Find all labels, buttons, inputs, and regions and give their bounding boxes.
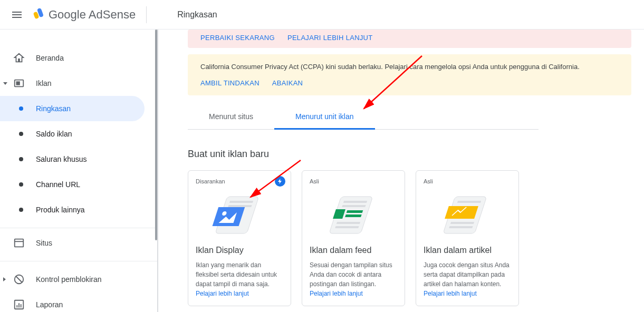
card-in-feed-desc: Sesuai dengan tampilan situs Anda dan co… bbox=[310, 260, 397, 298]
svg-rect-4 bbox=[15, 239, 24, 247]
svg-rect-29 bbox=[449, 226, 473, 228]
home-icon bbox=[13, 52, 25, 64]
svg-rect-22 bbox=[345, 214, 362, 217]
card-in-feed-learn-link[interactable]: Pelajari lebih lanjut bbox=[310, 290, 363, 297]
svg-rect-11 bbox=[21, 304, 22, 307]
svg-line-7 bbox=[16, 277, 22, 282]
card-in-article-ads[interactable]: Asli Iklan dalam artikel Juga cocok deng… bbox=[416, 170, 519, 306]
subnav-other-products-label: Produk lainnya bbox=[36, 206, 85, 214]
bullet-icon bbox=[19, 132, 23, 136]
in-article-illustration bbox=[424, 189, 511, 241]
nav-sites[interactable]: Situs bbox=[0, 230, 157, 256]
svg-rect-9 bbox=[16, 305, 17, 308]
card-display-learn-link[interactable]: Pelajari lebih lanjut bbox=[196, 290, 249, 297]
card-display-desc: Iklan yang menarik dan fleksibel serta d… bbox=[196, 260, 283, 298]
tab-by-ad-unit[interactable]: Menurut unit iklan bbox=[274, 104, 375, 129]
svg-rect-27 bbox=[445, 206, 478, 219]
nav-blocking-controls[interactable]: Kontrol pemblokiran bbox=[0, 267, 157, 292]
card-display-title: Iklan Display bbox=[196, 246, 283, 255]
page-title: Ringkasan bbox=[177, 10, 217, 19]
subnav-ad-balance[interactable]: Saldo iklan bbox=[0, 121, 145, 147]
svg-rect-24 bbox=[335, 226, 359, 228]
subnav-overview-label: Ringkasan bbox=[36, 104, 71, 113]
tabs: Menurut situs Menurut unit iklan bbox=[188, 104, 539, 130]
bolt-icon bbox=[275, 176, 285, 187]
header-divider bbox=[146, 6, 147, 23]
sidebar: Beranda Iklan Ringkasan Saldo iklan Salu… bbox=[0, 30, 158, 312]
display-ads-illustration bbox=[196, 189, 283, 241]
alert-ccpa: California Consumer Privacy Act (CCPA) k… bbox=[188, 54, 631, 95]
section-title: Buat unit iklan baru bbox=[188, 149, 644, 160]
hamburger-icon bbox=[11, 8, 23, 21]
nav-blocking-label: Kontrol pemblokiran bbox=[36, 275, 102, 284]
subnav-overview[interactable]: Ringkasan bbox=[0, 96, 145, 121]
main-content: PERBAIKI SEKARANG PELAJARI LEBIH LANJUT … bbox=[158, 30, 644, 312]
subnav-custom-channels[interactable]: Saluran khusus bbox=[0, 147, 145, 172]
adsense-logo-icon bbox=[32, 7, 45, 22]
nav-sites-label: Situs bbox=[36, 239, 52, 247]
card-in-feed-ads[interactable]: Asli Iklan dalam feed Sesuai dengan tamp… bbox=[302, 170, 405, 306]
alert-error: PERBAIKI SEKARANG PELAJARI LEBIH LANJUT bbox=[188, 30, 631, 48]
tab-by-site[interactable]: Menurut situs bbox=[188, 104, 274, 129]
svg-rect-28 bbox=[450, 222, 474, 224]
reports-icon bbox=[13, 298, 25, 311]
card-in-article-title: Iklan dalam artikel bbox=[424, 246, 511, 255]
product-name: Google AdSense bbox=[49, 8, 136, 22]
chevron-down-icon bbox=[3, 82, 7, 85]
svg-rect-13 bbox=[229, 201, 253, 203]
card-in-article-learn-link[interactable]: Pelajari lebih lanjut bbox=[424, 290, 477, 297]
svg-rect-14 bbox=[228, 205, 252, 207]
nav-reports-label: Laporan bbox=[36, 300, 63, 309]
subnav-ad-balance-label: Saldo iklan bbox=[36, 130, 72, 138]
recommended-badge: Disarankan bbox=[196, 178, 283, 184]
svg-rect-3 bbox=[16, 81, 20, 85]
svg-rect-10 bbox=[18, 303, 20, 307]
subnav-other-products[interactable]: Produk lainnya bbox=[0, 197, 145, 222]
menu-button[interactable] bbox=[4, 2, 30, 27]
svg-rect-19 bbox=[342, 205, 366, 207]
subnav-channel-url[interactable]: Channel URL bbox=[0, 172, 145, 197]
bullet-icon bbox=[19, 106, 23, 111]
native-badge: Asli bbox=[310, 178, 397, 184]
card-in-article-desc: Juga cocok dengan situs Anda serta dapat… bbox=[424, 260, 511, 298]
svg-rect-26 bbox=[457, 201, 481, 203]
bullet-icon bbox=[19, 182, 23, 187]
svg-rect-18 bbox=[343, 201, 367, 203]
card-in-feed-title: Iklan dalam feed bbox=[310, 246, 397, 255]
alert-learn-more-link[interactable]: PELAJARI LEBIH LANJUT bbox=[287, 34, 373, 42]
alert-dismiss-link[interactable]: ABAIKAN bbox=[272, 79, 303, 87]
block-icon bbox=[13, 273, 25, 286]
in-feed-illustration bbox=[310, 189, 397, 241]
subnav-channel-url-label: Channel URL bbox=[36, 180, 80, 189]
sites-icon bbox=[13, 237, 25, 249]
nav-home[interactable]: Beranda bbox=[0, 45, 157, 71]
bullet-icon bbox=[19, 157, 23, 161]
nav-home-label: Beranda bbox=[36, 54, 64, 62]
chevron-right-icon bbox=[3, 277, 6, 281]
ads-icon bbox=[13, 77, 25, 90]
alert-fix-now-link[interactable]: PERBAIKI SEKARANG bbox=[200, 34, 275, 42]
alert-ccpa-text: California Consumer Privacy Act (CCPA) k… bbox=[200, 63, 619, 71]
nav-ads[interactable]: Iklan bbox=[0, 71, 157, 96]
nav-reports[interactable]: Laporan bbox=[0, 292, 157, 312]
product-logo[interactable]: Google AdSense bbox=[32, 7, 136, 22]
card-display-ads[interactable]: Disarankan Iklan Display Iklan yang mena… bbox=[188, 170, 291, 306]
subnav-custom-channels-label: Saluran khusus bbox=[36, 155, 87, 163]
svg-rect-21 bbox=[347, 210, 363, 213]
bullet-icon bbox=[19, 208, 23, 212]
native-badge: Asli bbox=[424, 178, 511, 184]
nav-ads-label: Iklan bbox=[36, 79, 52, 87]
alert-take-action-link[interactable]: AMBIL TINDAKAN bbox=[200, 79, 259, 87]
svg-rect-23 bbox=[337, 222, 360, 224]
